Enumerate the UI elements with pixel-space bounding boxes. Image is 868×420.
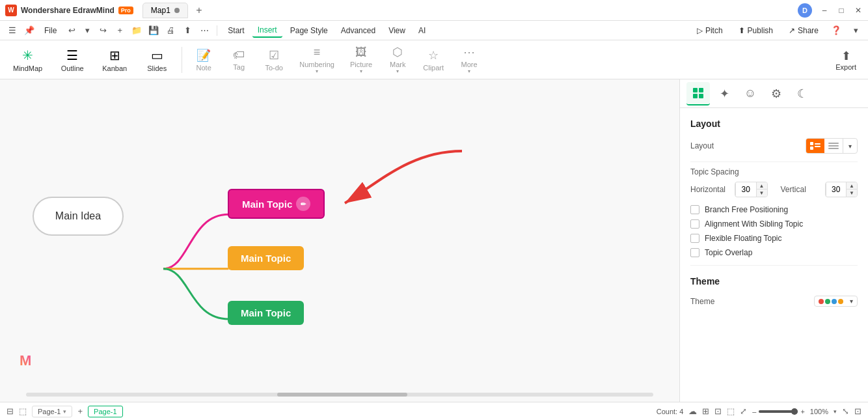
print-button[interactable]: 🖨 [163,23,178,38]
overlap-label: Topic Overlap [705,248,752,257]
publish-button[interactable]: ⬆ Publish [733,24,778,37]
toolbar-slides[interactable]: ▭ Slides [137,45,176,75]
layout-grid-option[interactable] [806,139,824,153]
topic-pink-node[interactable]: Main Topic ✏ [228,189,325,219]
sidebar-toggle[interactable]: ☰ [5,23,20,38]
canvas[interactable]: Main Idea Main Topic ✏ Main Topic Main T… [0,79,679,402]
status-fit-icon[interactable]: ⬚ [19,406,27,416]
numbering-label: Numbering [299,61,334,68]
fit-to-screen[interactable]: ⤡ [842,406,849,416]
zoom-handle[interactable] [791,408,798,415]
redo-button[interactable]: ↪ [96,23,110,38]
undo-dropdown[interactable]: ▾ [80,23,94,38]
present-icon[interactable]: ⊡ [714,406,722,416]
toolbar-clipart[interactable]: ☆ Clipart [416,46,450,74]
divider-2 [690,265,858,266]
menu-start[interactable]: Start [223,24,249,37]
vertical-spinner[interactable]: 30 ▲ ▼ [825,182,858,197]
panel-tab-layout[interactable] [686,82,710,105]
publish-label: Publish [748,26,773,35]
add-page-button[interactable]: + [77,406,83,416]
flexible-checkbox[interactable] [690,234,699,243]
branch-free-checkbox[interactable] [690,205,699,214]
layout-dropdown[interactable]: ▾ [843,139,857,153]
new-button[interactable]: + [113,23,127,38]
edit-icon[interactable]: ✏ [296,197,310,211]
map-tab[interactable]: Map1 [142,3,188,18]
status-layers-icon[interactable]: ⊟ [7,406,14,416]
zoom-in-icon[interactable]: + [800,408,804,415]
horizontal-scrollbar[interactable] [26,393,653,397]
alignment-checkbox[interactable] [690,219,699,229]
share-button[interactable]: ↗ Share [783,24,824,37]
maximize-button[interactable]: □ [837,6,846,15]
help-button[interactable]: ❓ [829,23,843,38]
view-mode-icon[interactable]: ⊞ [702,406,709,416]
vertical-up[interactable]: ▲ [847,182,857,189]
export-button[interactable]: ⬆ Export [829,46,863,74]
toolbar-outline[interactable]: ☰ Outline [53,45,92,75]
theme-dropdown[interactable]: ▾ [850,298,853,305]
menu-view[interactable]: View [383,24,411,37]
zoom-out-icon[interactable]: – [752,408,756,415]
zoom-dropdown[interactable]: ▾ [834,408,837,415]
panel-tab-emoji[interactable]: ☺ [739,82,762,105]
topic-green-node[interactable]: Main Topic [228,301,304,325]
menu-insert[interactable]: Insert [252,23,282,38]
svg-rect-11 [828,148,839,149]
undo-button[interactable]: ↩ [64,23,79,38]
theme-selector[interactable]: ▾ [814,296,858,307]
horizontal-spinner[interactable]: 30 ▲ ▼ [735,182,768,197]
page-tab-label[interactable]: Page-1 ▾ [32,406,72,417]
main-idea-node[interactable]: Main Idea [33,197,124,236]
horizontal-down[interactable]: ▼ [757,189,767,197]
toolbar-kanban[interactable]: ⊞ Kanban [94,45,135,75]
toolbar-mark[interactable]: ⬡ Mark ▾ [381,42,414,77]
expand-icon[interactable]: ⊡ [854,406,861,416]
add-tab-button[interactable]: + [192,3,206,18]
cloud-icon[interactable]: ☁ [688,406,697,416]
close-button[interactable]: ✕ [854,6,863,15]
horizontal-arrows[interactable]: ▲ ▼ [757,182,767,197]
numbering-dropdown: ▾ [316,68,318,74]
toolbar-todo[interactable]: ☑ To-do [258,46,290,74]
export-icon-button[interactable]: ⬆ [180,23,195,38]
toolbar-picture[interactable]: 🖼 Picture ▾ [344,43,379,77]
pin-icon[interactable]: 📌 [22,23,36,38]
toolbar-numbering[interactable]: ≡ Numbering ▾ [293,43,341,77]
toolbar-note[interactable]: 📝 Note [187,46,220,74]
layout-selector[interactable]: ▾ [806,138,858,154]
zoom-slider[interactable] [759,410,798,413]
scrollbar-thumb[interactable] [277,393,407,397]
fullscreen-icon[interactable]: ⤢ [740,406,747,416]
settings-dropdown[interactable]: ▾ [848,23,863,38]
more-dropdown: ▾ [468,68,470,74]
menu-page-style[interactable]: Page Style [285,24,333,37]
vertical-down[interactable]: ▼ [847,189,857,197]
pitch-button[interactable]: ▷ Pitch [692,24,728,37]
svg-rect-10 [828,145,839,147]
screen-icon[interactable]: ⬚ [727,406,735,416]
menu-advanced[interactable]: Advanced [336,24,381,37]
zoom-value: 100% [810,408,828,415]
overlap-checkbox[interactable] [690,248,699,257]
vertical-arrows[interactable]: ▲ ▼ [847,182,857,197]
note-label: Note [197,64,211,72]
panel-tab-night[interactable]: ☾ [791,82,814,105]
save-button[interactable]: 💾 [146,23,161,38]
toolbar-tag[interactable]: 🏷 Tag [223,46,255,74]
layout-list-option[interactable] [824,139,843,153]
user-avatar[interactable]: D [798,3,812,18]
toolbar-more[interactable]: ⋯ More ▾ [453,42,485,77]
more-actions[interactable]: ⋯ [197,23,211,38]
panel-tab-ai[interactable]: ✦ [712,82,736,105]
topic-yellow-node[interactable]: Main Topic [228,246,304,270]
panel-tab-settings[interactable]: ⚙ [765,82,788,105]
menu-ai[interactable]: AI [413,24,431,37]
active-page-tab[interactable]: Page-1 [88,406,122,417]
horizontal-up[interactable]: ▲ [757,182,767,189]
toolbar-mindmap[interactable]: ✳ MindMap [5,45,50,75]
menu-file[interactable]: File [39,24,62,37]
open-button[interactable]: 📁 [129,23,144,38]
minimize-button[interactable]: – [820,6,829,15]
